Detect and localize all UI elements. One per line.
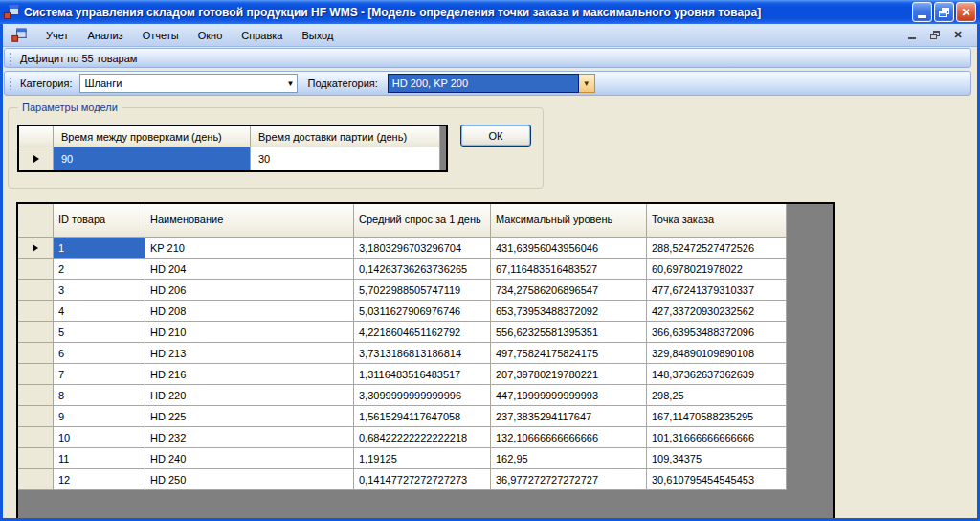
row-header[interactable] (18, 301, 54, 322)
grid-cell[interactable]: 0,14147727272727273 (354, 469, 491, 490)
grid-cell[interactable]: 0,68422222222222218 (354, 427, 491, 448)
grid-cell[interactable]: 497,75824175824175 (491, 343, 647, 364)
restore-button[interactable] (934, 2, 954, 22)
grid-cell[interactable]: 427,33720930232562 (647, 301, 787, 322)
grid-cell[interactable]: 3 (54, 280, 145, 301)
subcategory-combobox[interactable]: HD 200, KP 200 (388, 74, 579, 93)
mdi-minimize-button[interactable] (904, 29, 920, 42)
toolstrip-grip[interactable] (9, 77, 12, 90)
grid-cell[interactable]: 10 (54, 427, 145, 448)
col-avg-demand[interactable]: Средний спрос за 1 день (354, 204, 491, 238)
grid-cell[interactable]: 1,5615294117647058 (354, 406, 491, 427)
grid-cell[interactable]: 1 (54, 238, 145, 259)
delivery-time-cell[interactable]: 30 (251, 147, 440, 170)
grid-cell[interactable]: HD 250 (145, 469, 354, 490)
grid-cell[interactable]: 477,67241379310337 (647, 280, 787, 301)
grid-cell[interactable]: 3,7313186813186814 (354, 343, 491, 364)
grid-cell[interactable]: HD 208 (145, 301, 354, 322)
params-col-delivery-time[interactable]: Время доставки партии (день) (251, 126, 440, 147)
mdi-restore-button[interactable] (927, 29, 943, 42)
grid-cell[interactable]: 0,14263736263736265 (354, 259, 491, 280)
grid-cell[interactable]: 36,977272727272727 (491, 469, 647, 490)
grid-cell[interactable]: 298,25 (647, 385, 787, 406)
category-combobox[interactable]: Шланги ▼ (79, 74, 298, 93)
grid-cell[interactable]: 109,34375 (647, 448, 787, 469)
params-corner-header[interactable] (19, 126, 54, 147)
grid-cell[interactable]: 30,610795454545453 (647, 469, 787, 490)
row-header[interactable] (18, 259, 54, 280)
params-col-check-interval[interactable]: Время между проверками (день) (54, 126, 251, 147)
grid-cell[interactable]: HD 240 (145, 448, 354, 469)
grid-cell[interactable]: HD 206 (145, 280, 354, 301)
grid-cell[interactable]: HD 220 (145, 385, 354, 406)
row-header[interactable] (18, 343, 54, 364)
grid-cell[interactable]: HD 216 (145, 364, 354, 385)
grid-cell[interactable]: 11 (54, 448, 145, 469)
grid-cell[interactable]: 67,116483516483527 (491, 259, 647, 280)
grid-cell[interactable]: 5,7022988505747119 (354, 280, 491, 301)
chevron-down-icon[interactable]: ▼ (283, 79, 297, 88)
grid-cell[interactable]: HD 213 (145, 343, 354, 364)
row-header[interactable] (18, 427, 54, 448)
grid-cell[interactable]: 447,19999999999993 (491, 385, 647, 406)
menu-vykhod[interactable]: Выход (292, 26, 343, 45)
close-button[interactable]: ✕ (956, 2, 976, 22)
grid-cell[interactable]: 148,37362637362639 (647, 364, 787, 385)
grid-cell[interactable]: 366,63953488372096 (647, 322, 787, 343)
grid-cell[interactable]: 237,3835294117647 (491, 406, 647, 427)
subcategory-dropdown-button[interactable]: ▼ (579, 74, 595, 93)
grid-cell[interactable]: 3,3099999999999996 (354, 385, 491, 406)
grid-cell[interactable]: 653,73953488372092 (491, 301, 647, 322)
grid-cell[interactable]: 6 (54, 343, 145, 364)
row-header[interactable] (18, 448, 54, 469)
grid-cell[interactable]: 162,95 (491, 448, 647, 469)
row-header[interactable] (18, 322, 54, 343)
row-header[interactable] (18, 385, 54, 406)
grid-cell[interactable]: 60,6978021978022 (647, 259, 787, 280)
grid-cell[interactable]: 556,62325581395351 (491, 322, 647, 343)
grid-cell[interactable]: 3,1803296703296704 (354, 238, 491, 259)
col-id[interactable]: ID товара (54, 204, 145, 238)
grid-cell[interactable]: 734,27586206896547 (491, 280, 647, 301)
grid-cell[interactable]: 167,11470588235295 (647, 406, 787, 427)
grid-cell[interactable]: 329,84890109890108 (647, 343, 787, 364)
grid-cell[interactable]: 5,0311627906976746 (354, 301, 491, 322)
col-reorder-point[interactable]: Точка заказа (647, 204, 787, 238)
grid-cell[interactable]: HD 204 (145, 259, 354, 280)
grid-cell[interactable]: 101,31666666666666 (647, 427, 787, 448)
grid-cell[interactable]: 207,39780219780221 (491, 364, 647, 385)
row-header[interactable] (18, 406, 54, 427)
toolstrip-grip[interactable] (9, 52, 12, 65)
grid-cell[interactable]: HD 210 (145, 322, 354, 343)
grid-cell[interactable]: 431,63956043956046 (491, 238, 647, 259)
grid-cell[interactable]: 9 (54, 406, 145, 427)
grid-cell[interactable]: HD 225 (145, 406, 354, 427)
grid-cell[interactable]: 2 (54, 259, 145, 280)
row-header[interactable] (18, 364, 54, 385)
params-row-header[interactable] (19, 147, 54, 170)
row-header[interactable] (18, 469, 54, 490)
mdi-close-button[interactable]: ✕ (950, 29, 966, 42)
grid-cell[interactable]: 288,52472527472526 (647, 238, 787, 259)
grid-cell[interactable]: 4,2218604651162792 (354, 322, 491, 343)
minimize-button[interactable] (912, 2, 932, 22)
grid-cell[interactable]: HD 232 (145, 427, 354, 448)
menu-okno[interactable]: Окно (189, 26, 233, 45)
grid-corner-header[interactable] (18, 204, 54, 238)
menu-otchety[interactable]: Отчеты (133, 26, 189, 45)
grid-cell[interactable]: 132,10666666666666 (491, 427, 647, 448)
grid-cell[interactable]: 8 (54, 385, 145, 406)
grid-cell[interactable]: 5 (54, 322, 145, 343)
menu-spravka[interactable]: Справка (232, 26, 292, 45)
menu-uchet[interactable]: Учет (36, 26, 78, 45)
grid-cell[interactable]: 4 (54, 301, 145, 322)
col-max-level[interactable]: Максимальный уровень (491, 204, 647, 238)
row-header[interactable] (18, 238, 54, 259)
menu-analiz[interactable]: Анализ (78, 26, 133, 45)
grid-cell[interactable]: 12 (54, 469, 145, 490)
check-interval-cell[interactable]: 90 (54, 147, 251, 170)
col-name[interactable]: Наименование (145, 204, 354, 238)
grid-cell[interactable]: KP 210 (145, 238, 354, 259)
ok-button[interactable]: ОК (460, 125, 531, 147)
row-header[interactable] (18, 280, 54, 301)
